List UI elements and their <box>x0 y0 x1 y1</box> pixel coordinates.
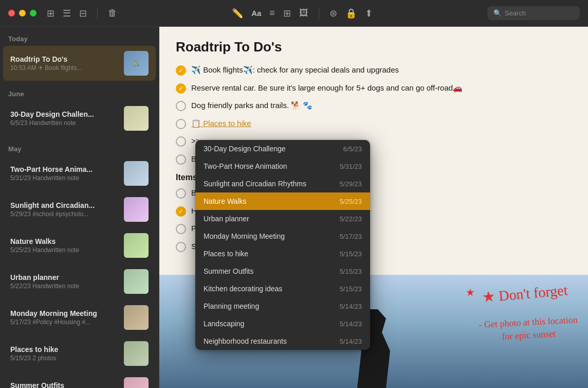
note-thumbnail: 🚴 <box>124 51 149 76</box>
dropdown-item-date: 5/14/23 <box>340 338 362 345</box>
list-item[interactable]: Roadtrip To Do's 10:53 AM ✈ Book flights… <box>3 46 156 81</box>
dropdown-item-label: 30-Day Design Challenge <box>204 145 286 153</box>
dropdown-item-date: 5/17/23 <box>340 233 362 240</box>
trash-icon[interactable]: 🗑 <box>108 8 117 19</box>
main-layout: Today Roadtrip To Do's 10:53 AM ✈ Book f… <box>0 27 588 388</box>
list-item[interactable]: Urban planner 5/22/23 Handwritten note <box>3 264 156 299</box>
note-link-dropdown: 30-Day Design Challenge 6/5/23 Two-Part … <box>195 140 370 350</box>
dropdown-item-date: 5/29/23 <box>340 180 362 188</box>
dropdown-item-selected[interactable]: Nature Walks 5/25/23 <box>195 192 370 210</box>
todo-checkbox[interactable] <box>176 188 186 199</box>
dropdown-item-date: 5/31/23 <box>340 163 362 170</box>
list-item[interactable]: Two-Part Horse Anima... 5/31/23 Handwrit… <box>3 156 156 191</box>
collaborate-icon[interactable]: ⊛ <box>329 8 337 19</box>
dropdown-item[interactable]: 30-Day Design Challenge 6/5/23 <box>195 140 370 157</box>
list-item[interactable]: Sunlight and Circadian... 5/29/23 #schoo… <box>3 192 156 227</box>
list-view-icon[interactable]: ☰ <box>63 8 71 19</box>
dropdown-item[interactable]: Summer Outfits 5/15/23 <box>195 262 370 280</box>
list-item[interactable]: Summer Outfits 5/15/23 <box>3 372 156 388</box>
note-meta: 5/15/23 2 photos <box>10 355 119 362</box>
todo-checkbox[interactable]: ✓ <box>176 83 186 94</box>
dropdown-item[interactable]: Neighborhood restaurants 5/14/23 <box>195 332 370 350</box>
note-info: Sunlight and Circadian... 5/29/23 #schoo… <box>10 201 119 218</box>
note-thumbnail <box>124 233 149 258</box>
dropdown-item[interactable]: Places to hike 5/15/23 <box>195 245 370 262</box>
note-meta: 5/17/23 #Policy #Housing #... <box>10 319 119 326</box>
note-info: 30-Day Design Challen... 6/5/23 Handwrit… <box>10 110 119 127</box>
minimize-button[interactable] <box>19 10 26 16</box>
note-heading: Roadtrip To Do's <box>176 39 572 55</box>
note-info: Roadtrip To Do's 10:53 AM ✈ Book flights… <box>10 55 119 72</box>
sidebar-section-may: May <box>0 137 159 156</box>
dropdown-item-date: 5/15/23 <box>340 250 362 258</box>
dropdown-item[interactable]: Two-Part Horse Animation 5/31/23 <box>195 157 370 175</box>
dropdown-item[interactable]: Kitchen decorating ideas 5/15/23 <box>195 280 370 297</box>
dropdown-item[interactable]: Landscaping 5/14/23 <box>195 315 370 332</box>
dropdown-item-date: 5/25/23 <box>340 198 362 205</box>
grid-view-icon[interactable]: ⊟ <box>79 8 87 19</box>
table-icon[interactable]: ⊞ <box>283 8 291 19</box>
todo-item: Dog friendly parks and trails. 🐕 🐾 <box>176 100 572 112</box>
list-item[interactable]: Monday Morning Meeting 5/17/23 #Policy #… <box>3 300 156 335</box>
todo-checkbox[interactable] <box>176 101 186 111</box>
note-title: Roadtrip To Do's <box>10 55 119 63</box>
list-item[interactable]: 30-Day Design Challen... 6/5/23 Handwrit… <box>3 101 156 136</box>
toolbar-separator <box>97 7 98 20</box>
format-text-icon[interactable]: Aa <box>251 9 261 17</box>
maximize-button[interactable] <box>30 10 36 16</box>
note-title: Sunlight and Circadian... <box>10 201 119 209</box>
dropdown-item[interactable]: Planning meeting 5/14/23 <box>195 297 370 315</box>
todo-link-text[interactable]: 📋 Places to hike <box>191 118 572 130</box>
list-item[interactable]: Nature Walks 5/25/23 Handwritten note <box>3 228 156 263</box>
dropdown-item-date: 5/22/23 <box>340 215 362 223</box>
note-meta: 6/5/23 Handwritten note <box>10 119 119 127</box>
dropdown-item[interactable]: Monday Morning Meeting 5/17/23 <box>195 227 370 245</box>
dropdown-item-label: Monday Morning Meeting <box>204 232 285 240</box>
todo-checkbox[interactable]: ✓ <box>176 65 186 76</box>
dropdown-item-date: 6/5/23 <box>343 145 362 153</box>
dropdown-item-label: Nature Walks <box>204 197 247 205</box>
note-meta: 5/31/23 Handwritten note <box>10 174 119 182</box>
note-meta: 5/29/23 #school #psycholo... <box>10 210 119 218</box>
list-item[interactable]: Places to hike 5/15/23 2 photos <box>3 336 156 371</box>
checklist-icon[interactable]: ≡ <box>269 8 275 19</box>
sidebar-section-today: Today <box>0 27 159 46</box>
note-thumbnail <box>124 197 149 222</box>
todo-checkbox[interactable] <box>176 136 186 147</box>
dropdown-item-label: Planning meeting <box>204 302 259 310</box>
todo-checkbox[interactable] <box>176 242 186 252</box>
todo-checkbox[interactable] <box>176 119 186 129</box>
todo-text: ✈️ Book flights✈️: check for any special… <box>191 64 572 76</box>
dropdown-item-label: Two-Part Horse Animation <box>204 162 287 170</box>
sidebar-toggle-icon[interactable]: ⊞ <box>47 8 54 19</box>
dropdown-item-label: Places to hike <box>204 250 248 258</box>
media-icon[interactable]: 🖼 <box>299 8 308 19</box>
note-thumbnail <box>124 377 149 388</box>
note-title: Two-Part Horse Anima... <box>10 165 119 173</box>
dropdown-item-date: 5/14/23 <box>340 303 362 310</box>
share-icon[interactable]: ⬆ <box>365 8 373 19</box>
todo-item: ✓ ✈️ Book flights✈️: check for any speci… <box>176 64 572 76</box>
dropdown-item[interactable]: Urban planner 5/22/23 <box>195 210 370 227</box>
note-title: 30-Day Design Challen... <box>10 110 119 118</box>
note-title: Summer Outfits <box>10 381 119 388</box>
todo-checkbox[interactable] <box>176 154 186 165</box>
todo-checkbox[interactable]: ✓ <box>176 206 186 217</box>
content-area: Roadtrip To Do's ✓ ✈️ Book flights✈️: ch… <box>159 27 588 388</box>
note-thumbnail <box>124 106 149 131</box>
title-bar: ⊞ ☰ ⊟ 🗑 ✏️ Aa ≡ ⊞ 🖼 ⊛ 🔒 ⬆ 🔍 <box>0 0 588 27</box>
sidebar: Today Roadtrip To Do's 10:53 AM ✈ Book f… <box>0 27 159 388</box>
search-input[interactable] <box>505 9 574 17</box>
dropdown-item-label: Kitchen decorating ideas <box>204 285 282 293</box>
compose-icon[interactable]: ✏️ <box>232 8 243 19</box>
sidebar-section-june: June <box>0 82 159 101</box>
note-info: Summer Outfits 5/15/23 <box>10 381 119 388</box>
close-button[interactable] <box>8 10 15 16</box>
note-thumbnail <box>124 341 149 366</box>
lock-icon[interactable]: 🔒 <box>345 8 357 19</box>
toolbar-center: ✏️ Aa ≡ ⊞ 🖼 ⊛ 🔒 ⬆ <box>232 7 373 20</box>
dropdown-item[interactable]: Sunlight and Circadian Rhythms 5/29/23 <box>195 175 370 192</box>
search-box[interactable]: 🔍 <box>487 6 580 20</box>
toolbar-left: ⊞ ☰ ⊟ 🗑 <box>47 7 117 20</box>
todo-checkbox[interactable] <box>176 224 186 234</box>
